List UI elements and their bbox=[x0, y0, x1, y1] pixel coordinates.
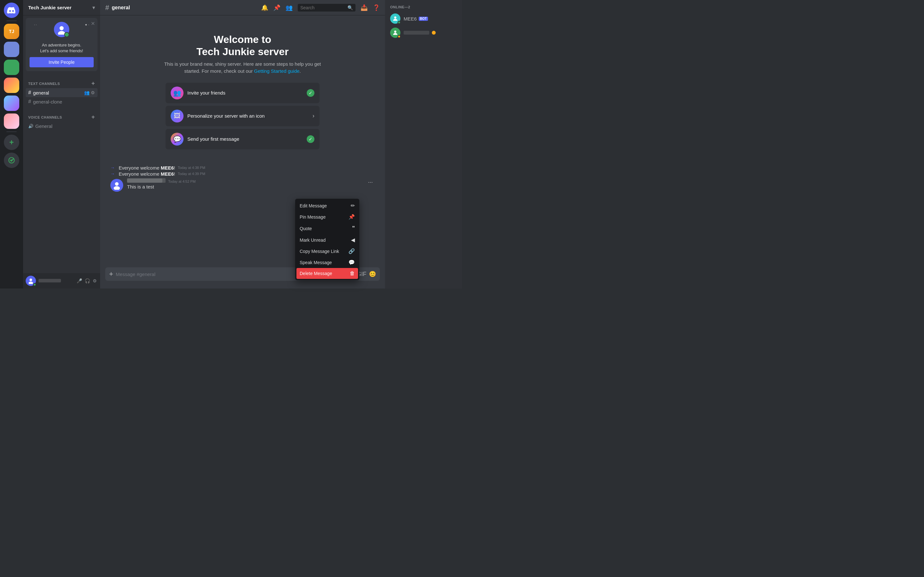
mee6-name-row: MEE6 BOT bbox=[404, 16, 428, 21]
channel-settings-icon[interactable]: ⚙ bbox=[91, 90, 95, 95]
member-item-mee6[interactable]: MEE6 BOT bbox=[388, 11, 459, 26]
invite-popup: ✕ · · ✦ · An adventure begins. Let's add… bbox=[26, 18, 97, 71]
user-message-avatar bbox=[110, 179, 123, 192]
welcome-title: Welcome to Tech Junkie server bbox=[157, 33, 328, 58]
message-more-options-icon[interactable]: ··· bbox=[366, 178, 375, 186]
member-list-icon[interactable]: 👥 bbox=[286, 4, 292, 11]
search-bar[interactable]: 🔍 bbox=[298, 4, 355, 11]
right-sidebar: ONLINE—2 MEE6 BOT bbox=[385, 0, 462, 288]
voice-channels-category[interactable]: VOICE CHANNELS + bbox=[26, 113, 97, 122]
pinned-messages-icon[interactable]: 📌 bbox=[273, 4, 280, 11]
step-label-personalize: Personalize your server with an icon bbox=[187, 113, 309, 119]
context-menu-copy-link[interactable]: Copy Message Link 🔗 bbox=[296, 245, 358, 257]
context-menu-pin[interactable]: Pin Message 📌 bbox=[296, 211, 358, 222]
server-icon-5[interactable] bbox=[4, 95, 19, 111]
context-menu-quote[interactable]: Quote " bbox=[296, 222, 358, 234]
input-right-icons: GIF 😊 bbox=[357, 271, 376, 277]
member-avatar-user2 bbox=[390, 27, 401, 38]
svg-point-8 bbox=[394, 31, 397, 33]
voice-channels-label: VOICE CHANNELS bbox=[28, 115, 62, 119]
step-icon-message: 💬 bbox=[171, 133, 184, 145]
speaker-icon: 🔊 bbox=[28, 124, 33, 129]
mee6-name: MEE6 bbox=[404, 16, 417, 21]
search-input[interactable] bbox=[300, 5, 346, 10]
discord-home-button[interactable] bbox=[4, 3, 19, 18]
welcome-steps: 👥 Invite your friends ✓ 🖼 Personalize yo… bbox=[166, 83, 320, 149]
message-arrow-2: → bbox=[110, 171, 115, 176]
svg-point-6 bbox=[113, 186, 120, 190]
message-text-1: Everyone welcome MEE6! bbox=[119, 165, 175, 171]
message-row-2: → Everyone welcome MEE6! Today at 4:39 P… bbox=[105, 171, 380, 177]
step-label-invite: Invite your friends bbox=[187, 90, 303, 95]
user-name-blurred bbox=[39, 279, 61, 282]
context-menu-delete[interactable]: Delete Message 🗑 bbox=[296, 268, 358, 279]
message-row-1: → Everyone welcome MEE6! Today at 4:38 P… bbox=[105, 165, 380, 171]
text-channels-category[interactable]: TEXT CHANNELS + bbox=[26, 79, 97, 88]
channel-name-clone: general-clone bbox=[33, 99, 62, 105]
online-count-header: ONLINE—2 bbox=[388, 5, 459, 9]
voice-channels-section: VOICE CHANNELS + 🔊 General bbox=[23, 107, 100, 132]
deafen-headset-icon[interactable]: 🎧 bbox=[84, 277, 91, 284]
attach-file-button[interactable]: + bbox=[109, 268, 113, 281]
welcome-subtitle: This is your brand new, shiny server. He… bbox=[157, 61, 328, 75]
user2-gold-indicator bbox=[432, 31, 436, 35]
channel-add-member-icon[interactable]: 👥 bbox=[84, 90, 89, 95]
welcome-step-invite[interactable]: 👥 Invite your friends ✓ bbox=[166, 83, 320, 103]
message-text-2: Everyone welcome MEE6! bbox=[119, 171, 175, 177]
add-text-channel-icon[interactable]: + bbox=[91, 80, 95, 87]
step-check-message: ✓ bbox=[307, 135, 314, 143]
context-menu-speak[interactable]: Speak Message 💬 bbox=[296, 257, 358, 268]
step-arrow-personalize: › bbox=[312, 113, 314, 119]
getting-started-link[interactable]: Getting Started guide bbox=[254, 68, 300, 74]
speak-icon: 💬 bbox=[349, 259, 355, 266]
step-icon-invite: 👥 bbox=[171, 87, 184, 99]
pin-icon: 📌 bbox=[349, 214, 355, 220]
channel-actions: 👥 ⚙ bbox=[84, 90, 95, 95]
invite-people-button[interactable]: Invite People bbox=[29, 57, 94, 67]
channel-item-general-clone[interactable]: # general-clone bbox=[26, 97, 97, 106]
invite-popup-text: An adventure begins. Let's add some frie… bbox=[29, 42, 94, 54]
context-menu-edit[interactable]: Edit Message ✏ bbox=[296, 200, 358, 211]
server-icon-3[interactable] bbox=[4, 60, 19, 75]
svg-point-5 bbox=[115, 182, 118, 185]
server-icon-6[interactable] bbox=[4, 113, 19, 129]
add-server-button[interactable]: + bbox=[4, 135, 19, 150]
mee6-status-indicator bbox=[397, 21, 401, 24]
explore-button[interactable] bbox=[4, 153, 19, 168]
user-area: 🎤 🎧 ⚙ bbox=[23, 273, 100, 288]
context-menu-mark-unread[interactable]: Mark Unread ◀ bbox=[296, 234, 358, 245]
server-icon-techjunkie[interactable]: TJ bbox=[4, 24, 19, 39]
channel-item-voice-general[interactable]: 🔊 General bbox=[26, 122, 97, 131]
quote-icon: " bbox=[352, 225, 355, 232]
inbox-icon[interactable]: 📥 bbox=[360, 4, 368, 11]
add-voice-channel-icon[interactable]: + bbox=[91, 114, 95, 121]
mute-microphone-icon[interactable]: 🎤 bbox=[76, 277, 83, 284]
quote-label: Quote bbox=[300, 226, 349, 231]
server-header[interactable]: Tech Junkie server ▾ bbox=[23, 0, 100, 15]
channel-item-general[interactable]: # general 👥 ⚙ bbox=[26, 88, 97, 97]
welcome-step-message[interactable]: 💬 Send your first message ✓ bbox=[166, 129, 320, 149]
welcome-step-icon[interactable]: 🖼 Personalize your server with an icon › bbox=[166, 106, 320, 126]
user-display-name bbox=[39, 279, 73, 284]
server-icon-4[interactable] bbox=[4, 77, 19, 93]
edit-icon: ✏ bbox=[351, 203, 355, 209]
notification-bell-icon[interactable]: 🔔 bbox=[261, 4, 268, 11]
context-menu: Edit Message ✏ Pin Message 📌 Quote " Mar… bbox=[295, 199, 359, 280]
server-icon-2[interactable] bbox=[4, 42, 19, 57]
user-info bbox=[39, 279, 73, 284]
hash-icon-clone: # bbox=[28, 99, 31, 105]
member-name-area-user2 bbox=[404, 31, 436, 35]
copy-link-label: Copy Message Link bbox=[300, 249, 346, 254]
user-settings-icon[interactable]: ⚙ bbox=[92, 277, 97, 284]
emoji-button[interactable]: 😊 bbox=[369, 271, 376, 277]
member-item-user2[interactable] bbox=[388, 26, 459, 40]
user-status-indicator bbox=[33, 283, 36, 286]
hash-icon-general: # bbox=[28, 90, 31, 95]
search-icon: 🔍 bbox=[347, 5, 353, 10]
trash-icon: 🗑 bbox=[350, 271, 355, 276]
message-header-3: Today at 4:52 PM bbox=[127, 178, 362, 183]
edit-message-label: Edit Message bbox=[300, 203, 348, 208]
decorative-stars: ✦ · bbox=[85, 23, 89, 27]
message-timestamp-3: Today at 4:52 PM bbox=[168, 179, 196, 183]
help-icon[interactable]: ❓ bbox=[373, 4, 380, 11]
